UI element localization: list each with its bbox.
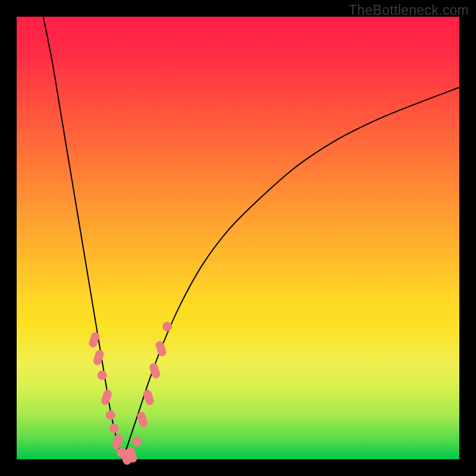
chart-frame: TheBottleneck.com (0, 0, 476, 476)
data-marker (100, 389, 112, 406)
plot-area (17, 17, 459, 459)
marker-layer (88, 322, 172, 466)
watermark-text: TheBottleneck.com (349, 2, 469, 18)
data-marker (155, 340, 167, 357)
chart-svg (17, 17, 459, 459)
curve-right-curve (123, 87, 459, 459)
data-marker (111, 433, 124, 450)
data-marker (109, 424, 119, 433)
data-marker (132, 437, 142, 446)
data-marker (162, 322, 172, 331)
data-marker (106, 411, 115, 420)
data-marker (142, 389, 155, 406)
data-marker (98, 371, 107, 380)
